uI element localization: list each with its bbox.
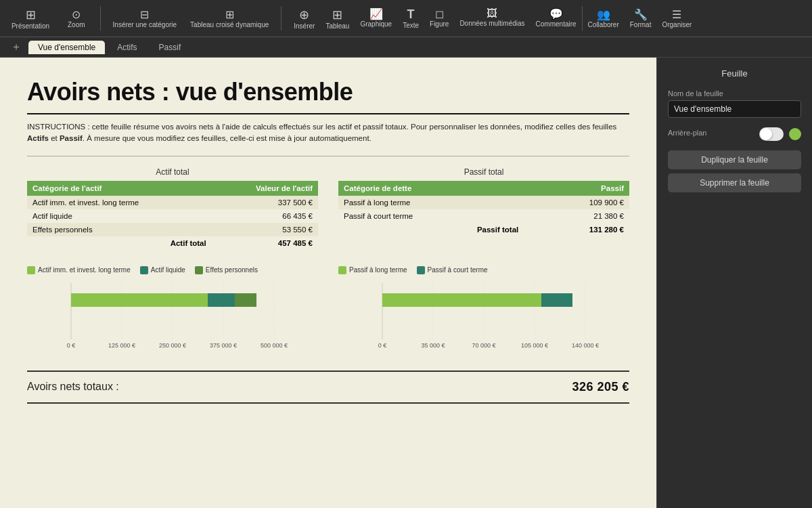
bar-passif-court [541,293,572,307]
donnees-multim-group[interactable]: 🖼 Données multimédias [459,7,524,30]
toolbar-sep-3 [582,6,583,30]
format-icon: 🔧 [634,8,648,21]
zoom-label[interactable]: Zoom [68,21,85,28]
actif-chart-svg: 0 € 125 000 € 250 000 € 375 000 € 500 00… [27,280,318,354]
inserer-categorie-label: Insérer une catégorie [113,21,177,28]
texte-icon: T [407,7,415,22]
actif-row1-cat: Actif imm. et invest. long terme [27,196,212,209]
charts-row: Actif imm. et invest. long terme Actif l… [27,266,629,357]
inserer-categorie-group[interactable]: ⊟ Insérer une catégorie [113,8,177,28]
add-sheet-button[interactable]: ＋ [7,39,26,56]
instructions-mid: et [49,134,60,142]
actif-row2-val: 66 435 € [212,209,318,223]
passif-table-block: Passif total Catégorie de dette Passif P… [338,167,629,250]
commentaire-group[interactable]: 💬 Commentaire [536,7,577,30]
format-group[interactable]: 🔧 Format [630,8,652,28]
legend-item-actif-liq: Actif liquide [140,266,185,274]
passif-row2-val: 21 380 € [524,209,629,223]
legend-item-actif-imm: Actif imm. et invest. long terme [27,266,131,274]
totaux-value: 326 205 € [572,380,629,394]
passif-row1-val: 109 900 € [524,196,629,209]
actif-table-block: Actif total Catégorie de l'actif Valeur … [27,167,318,250]
collaborer-icon: 👥 [597,8,610,21]
legend-label-passif-long: Passif à long terme [349,266,407,274]
inserer-icon: ⊕ [299,7,309,22]
toolbar: ⊞ Présentation ⊙ Zoom ⊟ Insérer une caté… [0,0,812,37]
page-title: Avoirs nets : vue d'ensemble [27,78,629,106]
commentaire-label: Commentaire [536,20,577,28]
toggle-track [759,127,784,141]
table-row: Passif à court terme 21 380 € [338,209,629,223]
commentaire-icon: 💬 [549,7,563,20]
passif-table: Catégorie de dette Passif Passif à long … [338,181,629,236]
legend-item-passif-long: Passif à long terme [338,266,407,274]
inserer-group[interactable]: ⊕ Insérer [294,7,315,30]
tableau-group[interactable]: ⊞ Tableau [325,7,349,30]
legend-item-effets: Effets personnels [195,266,258,274]
background-toggle[interactable] [759,127,801,141]
organiser-group[interactable]: ☰ Organiser [662,8,692,28]
figure-group[interactable]: ◻ Figure [430,7,449,30]
inserer-label: Insérer [294,22,315,30]
background-label: Arrière-plan [668,129,706,137]
format-label: Format [630,21,652,28]
instructions-bold2: Passif [60,134,83,142]
svg-text:125 000 €: 125 000 € [108,342,135,349]
actif-table: Catégorie de l'actif Valeur de l'actif A… [27,181,318,250]
graphique-group[interactable]: 📈 Graphique [360,7,392,30]
tables-row: Actif total Catégorie de l'actif Valeur … [27,167,629,250]
passif-col-category: Catégorie de dette [338,181,524,196]
delete-sheet-button[interactable]: Supprimer la feuille [668,173,801,192]
actif-chart-block: Actif imm. et invest. long terme Actif l… [27,266,318,357]
panel-title: Feuille [668,68,801,79]
instructions-divider [27,156,629,156]
presentation-label[interactable]: Présentation [12,22,49,30]
passif-row1-cat: Passif à long terme [338,196,524,209]
tab-passif[interactable]: Passif [150,41,191,54]
tableau-croise-group[interactable]: ⊞ Tableau croisé dynamique [190,8,269,28]
figure-icon: ◻ [435,7,444,20]
tab-actifs[interactable]: Actifs [108,41,146,54]
sheet-name-input[interactable] [668,100,801,118]
legend-label-passif-court: Passif à court terme [428,266,488,274]
svg-text:70 000 €: 70 000 € [472,342,495,349]
figure-label: Figure [430,20,449,28]
zoom-group: ⊙ Zoom [68,8,85,28]
background-color-picker[interactable] [789,128,801,140]
organiser-icon: ☰ [672,8,681,21]
bar-effets [235,293,256,307]
table-row: Actif imm. et invest. long terme 337 500… [27,196,318,209]
sheet-name-label: Nom de la feuille [668,89,801,98]
collaborer-group[interactable]: 👥 Collaborer [588,8,619,28]
instructions-text: INSTRUCTIONS : cette feuille résume vos … [27,121,629,145]
svg-text:500 000 €: 500 000 € [261,342,288,349]
passif-col-value: Passif [524,181,629,196]
actif-col-value: Valeur de l'actif [212,181,318,196]
presentation-icon: ⊞ [26,7,36,22]
passif-chart-legend: Passif à long terme Passif à court terme [338,266,629,274]
organiser-label: Organiser [662,21,692,28]
svg-text:35 000 €: 35 000 € [421,342,445,349]
toolbar-far-right: 👥 Collaborer 🔧 Format ☰ Organiser [588,8,692,28]
instructions-main: INSTRUCTIONS : cette feuille résume vos … [27,123,616,131]
bar-actif-liq [208,293,235,307]
actif-total-label: Actif total [27,236,212,250]
legend-item-passif-court: Passif à court terme [417,266,488,274]
toolbar-right-items: ⊕ Insérer ⊞ Tableau 📈 Graphique T Texte … [294,7,576,30]
tab-vue-ensemble[interactable]: Vue d'ensemble [28,41,105,54]
bar-passif-long [382,293,541,307]
svg-text:105 000 €: 105 000 € [521,342,548,349]
actif-table-title: Actif total [27,167,318,177]
title-divider [27,113,629,114]
inserer-categorie-icon: ⊟ [140,8,149,21]
bar-actif-imm [71,293,208,307]
duplicate-sheet-button[interactable]: Dupliquer la feuille [668,150,801,169]
passif-total-value: 131 280 € [524,223,629,236]
tableau-croise-label: Tableau croisé dynamique [190,21,269,28]
table-row: Effets personnels 53 550 € [27,223,318,236]
graphique-label: Graphique [360,20,392,28]
tableau-icon: ⊞ [332,7,342,22]
background-row: Arrière-plan [668,127,801,141]
texte-group[interactable]: T Texte [403,7,419,30]
actif-row3-cat: Effets personnels [27,223,212,236]
